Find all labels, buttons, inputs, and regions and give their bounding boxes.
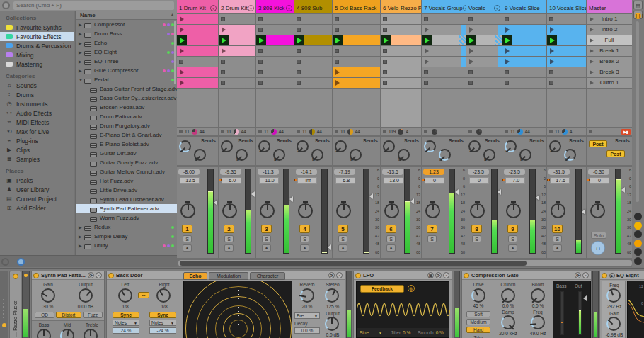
clip-slot[interactable] bbox=[256, 57, 294, 67]
clip-play-icon[interactable] bbox=[505, 59, 510, 64]
clip-stop-button[interactable] bbox=[424, 17, 428, 21]
clip-slot[interactable] bbox=[256, 35, 294, 45]
device-activator-icon[interactable] bbox=[108, 273, 114, 278]
scene-slot-break-1[interactable]: Break 1 bbox=[587, 46, 632, 56]
scrollbar-thumb[interactable] bbox=[180, 261, 527, 266]
scene-slot-full[interactable]: Full bbox=[587, 35, 632, 45]
track-activator-button[interactable]: 1 bbox=[182, 225, 192, 233]
clip-play-icon[interactable] bbox=[425, 48, 429, 54]
clip-play-icon[interactable] bbox=[180, 80, 184, 86]
clip-slot[interactable] bbox=[294, 25, 332, 35]
folder-expand-icon[interactable]: ▶ bbox=[79, 68, 84, 73]
device-activator-icon[interactable] bbox=[464, 273, 469, 278]
clip-slot[interactable] bbox=[422, 78, 466, 88]
clip-slot[interactable] bbox=[294, 78, 332, 88]
volume-value[interactable]: 0 bbox=[425, 177, 444, 184]
reverb-value[interactable]: 20 % bbox=[294, 304, 320, 309]
echo-right-knob[interactable] bbox=[156, 288, 171, 303]
save-preset-icon[interactable]: ▪ bbox=[96, 272, 102, 278]
send-a-knob[interactable]: A bbox=[505, 140, 517, 152]
echo-tunnel-display[interactable] bbox=[183, 281, 292, 338]
delay-toggle-icon[interactable] bbox=[634, 248, 642, 256]
smooth-value[interactable]: 0 % bbox=[436, 330, 444, 335]
folder-expand-icon[interactable]: ▶ bbox=[79, 40, 84, 45]
clip-play-icon[interactable] bbox=[425, 27, 429, 33]
clip-slot[interactable] bbox=[547, 67, 586, 77]
send-a-knob[interactable]: A bbox=[258, 140, 270, 152]
browser-folder-echo[interactable]: ▶Echo bbox=[76, 38, 177, 47]
hot-swap-icon[interactable]: ⟳ bbox=[435, 272, 442, 278]
scene-play-icon[interactable] bbox=[590, 28, 594, 32]
browser-file-e-piano-soloist-adv[interactable]: E-Piano Soloist.adv bbox=[76, 140, 177, 149]
device-activator-icon[interactable] bbox=[355, 273, 361, 278]
peak-level-value[interactable]: -13.5 bbox=[382, 169, 403, 175]
sidebar-item-mixing[interactable]: Mixing bbox=[0, 50, 74, 60]
track-header[interactable]: Vocals▾ bbox=[466, 0, 502, 13]
clip-slot[interactable] bbox=[466, 78, 502, 88]
clip-stop-button[interactable] bbox=[468, 17, 473, 21]
track-activator-button[interactable]: 10 bbox=[552, 225, 563, 233]
sidebar-item-sounds[interactable]: ♫Sounds bbox=[0, 81, 74, 90]
preview-headphone-icon[interactable] bbox=[17, 258, 25, 266]
output-knob[interactable] bbox=[79, 288, 93, 303]
device-on-led-icon[interactable] bbox=[13, 274, 18, 279]
scene-play-icon[interactable] bbox=[590, 60, 594, 64]
search-scope-icon[interactable] bbox=[2, 1, 10, 9]
solo-button[interactable]: S bbox=[553, 235, 562, 242]
browser-file-synth-lead-lushener-adv[interactable]: Synth Lead Lushener.adv bbox=[76, 195, 177, 204]
output-value[interactable]: 0.00 dB bbox=[73, 304, 98, 309]
chevron-down-icon[interactable]: ▼ bbox=[379, 331, 382, 335]
clip-play-icon[interactable] bbox=[425, 59, 429, 64]
send-a-knob[interactable]: A bbox=[297, 140, 309, 152]
track-fold-icon[interactable]: ▾ bbox=[210, 5, 217, 11]
clip-slot[interactable] bbox=[466, 67, 502, 77]
echo-left-sync-button[interactable]: Sync bbox=[113, 312, 139, 318]
track-header[interactable]: 9 Vocals Slice bbox=[502, 0, 546, 13]
clip-stop-button[interactable] bbox=[258, 70, 263, 74]
scene-play-icon[interactable] bbox=[590, 70, 594, 74]
clip-stop-button[interactable] bbox=[297, 28, 301, 32]
clip-play-icon[interactable] bbox=[180, 16, 184, 22]
arm-button[interactable]: ● bbox=[338, 244, 347, 252]
browser-file-little-drive-adv[interactable]: Little Drive.adv bbox=[76, 186, 177, 195]
reverb-knob[interactable] bbox=[300, 288, 314, 303]
peak-level-value[interactable]: -8.00 bbox=[178, 169, 200, 175]
pedal-mode-fuzz[interactable]: Fuzz bbox=[83, 312, 103, 318]
clip-slot[interactable] bbox=[502, 78, 546, 88]
mixer-toggle-icon[interactable] bbox=[634, 240, 642, 247]
clip-slot[interactable] bbox=[547, 14, 586, 24]
clip-playing-icon[interactable] bbox=[422, 35, 432, 45]
echo-left-knob[interactable] bbox=[118, 288, 132, 303]
clip-slot[interactable] bbox=[219, 25, 255, 35]
clip-slot[interactable] bbox=[422, 35, 466, 45]
send-b-knob[interactable]: B bbox=[483, 149, 495, 161]
clip-stop-button[interactable] bbox=[424, 81, 428, 85]
pan-knob[interactable] bbox=[470, 203, 485, 218]
boom-freq-value[interactable]: 49.0 Hz bbox=[524, 331, 551, 336]
clip-slot[interactable] bbox=[219, 14, 255, 24]
send-b-knob[interactable]: B bbox=[273, 149, 285, 161]
eq-freq-knob[interactable] bbox=[606, 288, 621, 303]
scene-play-icon[interactable] bbox=[590, 17, 594, 21]
clip-stop-button[interactable] bbox=[335, 60, 339, 64]
volume-handle[interactable] bbox=[214, 200, 217, 205]
clip-stop-button[interactable] bbox=[335, 28, 339, 32]
clip-playing-icon[interactable] bbox=[502, 35, 512, 45]
browser-folder-utility[interactable]: ▶Utility bbox=[76, 241, 177, 250]
peak-level-value[interactable]: -11.3 bbox=[258, 169, 279, 175]
clip-slot[interactable] bbox=[547, 57, 586, 67]
clip-play-icon[interactable] bbox=[550, 59, 554, 64]
browser-file-guitar-mellow-crunch-adv[interactable]: Guitar Mellow Crunch.adv bbox=[76, 167, 177, 176]
clip-slot[interactable] bbox=[333, 78, 380, 88]
echo-output-value[interactable]: 0.0 dB bbox=[321, 332, 344, 337]
clip-stop-button[interactable] bbox=[297, 81, 301, 85]
send-a-knob[interactable]: A bbox=[335, 140, 347, 152]
browser-folder-redux[interactable]: ▶Redux bbox=[76, 222, 177, 232]
track-header[interactable]: 1 Drum Kit▾ bbox=[177, 0, 218, 13]
track-fold-icon[interactable]: ▾ bbox=[248, 5, 254, 11]
clip-slot[interactable] bbox=[381, 35, 421, 45]
tab-character[interactable]: Character bbox=[250, 272, 285, 280]
send-a-knob[interactable]: A bbox=[549, 140, 561, 152]
pan-knob[interactable] bbox=[336, 203, 351, 218]
send-b-knob[interactable]: B bbox=[350, 149, 362, 161]
